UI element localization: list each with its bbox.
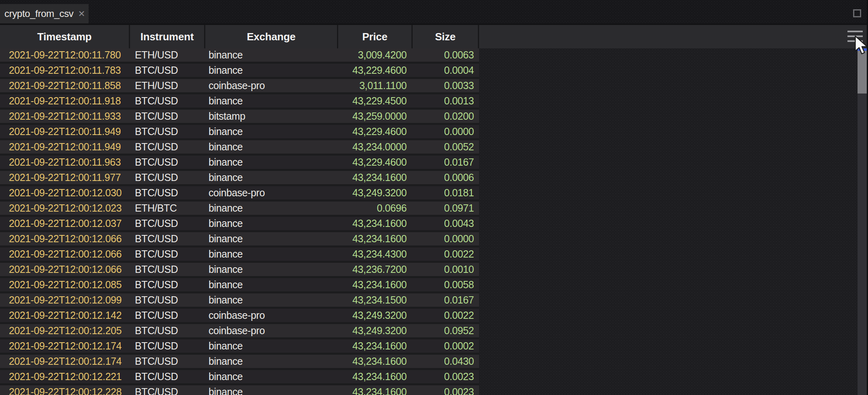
cell-size: 0.0058 (413, 279, 479, 291)
cell-price: 43,234.1600 (338, 279, 413, 291)
scrollbar-thumb[interactable] (858, 51, 867, 94)
cell-instrument: BTC/USD (130, 141, 205, 153)
table-row[interactable]: 2021-09-22T12:00:12.085BTC/USDbinance43,… (0, 278, 479, 293)
cell-exchange: binance (205, 172, 338, 183)
column-header-instrument[interactable]: Instrument (130, 25, 205, 48)
table-row[interactable]: 2021-09-22T12:00:12.221BTC/USDbinance43,… (0, 370, 479, 385)
table-row[interactable]: 2021-09-22T12:00:11.918BTC/USDbinance43,… (0, 94, 479, 110)
cell-exchange: binance (205, 386, 338, 395)
cell-exchange: binance (205, 371, 338, 383)
cell-timestamp: 2021-09-22T12:00:11.949 (0, 126, 130, 137)
cell-instrument: ETH/USD (130, 80, 205, 91)
table-row[interactable]: 2021-09-22T12:00:12.174BTC/USDbinance43,… (0, 355, 479, 370)
tab-label: crypto_from_csv (4, 8, 74, 19)
cell-timestamp: 2021-09-22T12:00:12.228 (0, 386, 130, 395)
cell-timestamp: 2021-09-22T12:00:12.066 (0, 233, 130, 245)
cell-size: 0.0000 (413, 233, 479, 245)
cell-timestamp: 2021-09-22T12:00:12.174 (0, 340, 130, 352)
cell-timestamp: 2021-09-22T12:00:12.085 (0, 279, 130, 291)
cell-timestamp: 2021-09-22T12:00:11.780 (0, 49, 130, 61)
cell-size: 0.0043 (413, 218, 479, 229)
cell-instrument: BTC/USD (130, 356, 205, 367)
table-row[interactable]: 2021-09-22T12:00:11.963BTC/USDbinance43,… (0, 156, 479, 171)
table-row[interactable]: 2021-09-22T12:00:12.099BTC/USDbinance43,… (0, 293, 479, 309)
cell-timestamp: 2021-09-22T12:00:11.963 (0, 156, 130, 168)
hamburger-menu-icon[interactable] (847, 31, 863, 42)
table-row[interactable]: 2021-09-22T12:00:12.030BTC/USDcoinbase-p… (0, 186, 479, 202)
cell-instrument: BTC/USD (130, 218, 205, 229)
cell-timestamp: 2021-09-22T12:00:12.023 (0, 202, 130, 214)
tab-bar: crypto_from_csv × (0, 0, 868, 23)
cell-timestamp: 2021-09-22T12:00:11.918 (0, 95, 130, 107)
vertical-scrollbar[interactable] (858, 48, 867, 395)
table-row[interactable]: 2021-09-22T12:00:12.142BTC/USDcoinbase-p… (0, 309, 479, 324)
cell-exchange: binance (205, 95, 338, 107)
cell-exchange: coinbase-pro (205, 310, 338, 321)
column-header-exchange[interactable]: Exchange (205, 25, 338, 48)
cell-exchange: binance (205, 64, 338, 76)
cell-price: 43,229.4600 (338, 156, 413, 168)
column-header-price[interactable]: Price (338, 25, 413, 48)
cell-exchange: coinbase-pro (205, 80, 338, 91)
cell-size: 0.0971 (413, 202, 479, 214)
cell-timestamp: 2021-09-22T12:00:12.066 (0, 264, 130, 275)
column-header-timestamp[interactable]: Timestamp (0, 25, 130, 48)
cell-exchange: coinbase-pro (205, 187, 338, 199)
table-row[interactable]: 2021-09-22T12:00:11.949BTC/USDbinance43,… (0, 125, 479, 140)
table-row[interactable]: 2021-09-22T12:00:11.933BTC/USDbitstamp43… (0, 110, 479, 125)
cell-size: 0.0004 (413, 64, 479, 76)
cell-instrument: BTC/USD (130, 95, 205, 107)
cell-price: 43,249.3200 (338, 187, 413, 199)
tab-crypto-from-csv[interactable]: crypto_from_csv × (0, 4, 89, 23)
cell-size: 0.0023 (413, 371, 479, 383)
table-header: Timestamp Instrument Exchange Price Size (0, 23, 868, 48)
table-row[interactable]: 2021-09-22T12:00:12.066BTC/USDbinance43,… (0, 232, 479, 247)
cell-exchange: binance (205, 49, 338, 61)
cell-exchange: binance (205, 156, 338, 168)
cell-timestamp: 2021-09-22T12:00:12.099 (0, 294, 130, 306)
cell-timestamp: 2021-09-22T12:00:12.066 (0, 248, 130, 260)
cell-size: 0.0200 (413, 110, 479, 122)
cell-size: 0.0013 (413, 95, 479, 107)
cell-exchange: bitstamp (205, 110, 338, 122)
cell-instrument: BTC/USD (130, 187, 205, 199)
cell-price: 43,259.0000 (338, 110, 413, 122)
cell-size: 0.0167 (413, 294, 479, 306)
cell-price: 43,234.1600 (338, 356, 413, 367)
cell-instrument: BTC/USD (130, 386, 205, 395)
table-row[interactable]: 2021-09-22T12:00:12.174BTC/USDbinance43,… (0, 339, 479, 355)
maximize-icon[interactable] (853, 9, 861, 17)
table-row[interactable]: 2021-09-22T12:00:12.066BTC/USDbinance43,… (0, 247, 479, 263)
cell-price: 43,234.1600 (338, 172, 413, 183)
table-row[interactable]: 2021-09-22T12:00:11.783BTC/USDbinance43,… (0, 64, 479, 79)
cell-price: 43,229.4600 (338, 126, 413, 137)
cell-exchange: binance (205, 126, 338, 137)
table-row[interactable]: 2021-09-22T12:00:12.037BTC/USDbinance43,… (0, 217, 479, 232)
table-row[interactable]: 2021-09-22T12:00:12.066BTC/USDbinance43,… (0, 263, 479, 278)
table-row[interactable]: 2021-09-22T12:00:12.228BTC/USDbinance43,… (0, 385, 479, 395)
cell-instrument: BTC/USD (130, 310, 205, 321)
cell-timestamp: 2021-09-22T12:00:12.221 (0, 371, 130, 383)
cell-price: 43,234.1600 (338, 218, 413, 229)
cell-timestamp: 2021-09-22T12:00:11.949 (0, 141, 130, 153)
cell-instrument: BTC/USD (130, 233, 205, 245)
cell-timestamp: 2021-09-22T12:00:11.933 (0, 110, 130, 122)
table-row[interactable]: 2021-09-22T12:00:11.780ETH/USDbinance3,0… (0, 48, 479, 64)
cell-size: 0.0023 (413, 386, 479, 395)
table-row[interactable]: 2021-09-22T12:00:12.023ETH/BTCbinance0.0… (0, 202, 479, 217)
table-row[interactable]: 2021-09-22T12:00:11.977BTC/USDbinance43,… (0, 171, 479, 186)
cell-size: 0.0052 (413, 141, 479, 153)
table-row[interactable]: 2021-09-22T12:00:11.858ETH/USDcoinbase-p… (0, 79, 479, 94)
tab-close-icon[interactable]: × (74, 8, 85, 19)
cell-instrument: BTC/USD (130, 172, 205, 183)
cell-size: 0.0002 (413, 340, 479, 352)
cell-price: 43,229.4500 (338, 95, 413, 107)
cell-exchange: binance (205, 356, 338, 367)
cell-price: 3,011.1100 (338, 80, 413, 91)
cell-instrument: BTC/USD (130, 126, 205, 137)
table-row[interactable]: 2021-09-22T12:00:12.205BTC/USDcoinbase-p… (0, 324, 479, 339)
cell-size: 0.0181 (413, 187, 479, 199)
column-header-size[interactable]: Size (413, 25, 479, 48)
cell-instrument: BTC/USD (130, 294, 205, 306)
table-row[interactable]: 2021-09-22T12:00:11.949BTC/USDbinance43,… (0, 140, 479, 156)
